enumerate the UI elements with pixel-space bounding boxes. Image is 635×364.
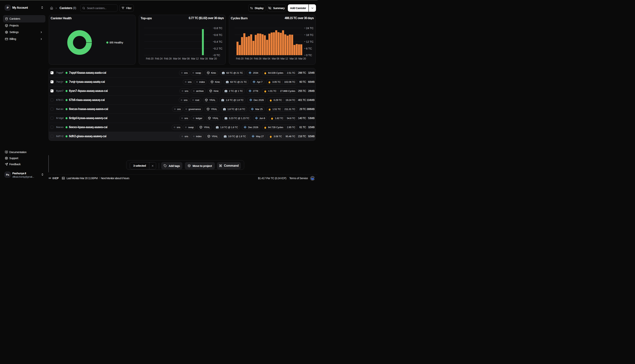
svg-text:18 TC: 18 TC <box>306 33 314 36</box>
svg-text:Mar 08: Mar 08 <box>182 57 190 60</box>
svg-text:Mar 20: Mar 20 <box>298 57 306 60</box>
svg-text:0 TC: 0 TC <box>214 54 220 57</box>
svg-text:Feb 24: Feb 24 <box>155 57 163 60</box>
svg-text:0.8 TC: 0.8 TC <box>214 26 222 30</box>
svg-text:24 TC: 24 TC <box>306 26 314 30</box>
svg-text:Feb 20: Feb 20 <box>146 57 154 60</box>
svg-text:0.2 TC: 0.2 TC <box>214 47 222 50</box>
svg-text:Mar 08: Mar 08 <box>272 57 280 60</box>
svg-text:Mar 12: Mar 12 <box>280 57 288 60</box>
svg-text:Mar 04: Mar 04 <box>173 57 181 60</box>
svg-text:0.6 TC: 0.6 TC <box>214 33 222 36</box>
svg-text:0 TC: 0 TC <box>306 54 312 57</box>
svg-text:Feb 28: Feb 28 <box>164 57 172 60</box>
svg-text:Mar 04: Mar 04 <box>263 57 270 60</box>
svg-text:0.4 TC: 0.4 TC <box>214 40 222 43</box>
svg-text:Feb 20: Feb 20 <box>236 57 244 60</box>
svg-text:8/8 Healthy: 8/8 Healthy <box>110 41 124 44</box>
svg-text:Mar 12: Mar 12 <box>191 57 199 60</box>
svg-text:Feb 28: Feb 28 <box>254 57 262 60</box>
svg-text:Mar 20: Mar 20 <box>209 57 217 60</box>
svg-text:6 TC: 6 TC <box>306 47 312 50</box>
svg-text:12 TC: 12 TC <box>306 40 314 43</box>
svg-text:Feb 24: Feb 24 <box>245 57 253 60</box>
svg-text:Mar 16: Mar 16 <box>200 57 208 60</box>
svg-text:Mar 16: Mar 16 <box>290 57 297 60</box>
